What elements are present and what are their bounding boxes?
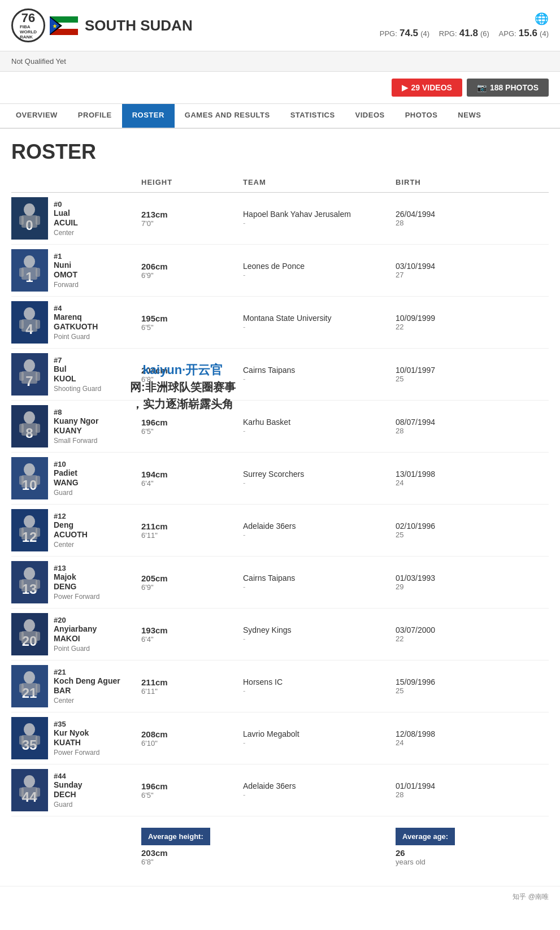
player-birth: 02/10/1996 25 (396, 522, 509, 539)
player-info: 10 #10 PadietWANG Guard (11, 453, 141, 504)
svg-rect-37 (21, 423, 37, 436)
roster-title: ROSTER (11, 140, 549, 164)
tab-roster[interactable]: ROSTER (122, 104, 175, 128)
player-details: #21 Koch Deng AguerBAR Center (54, 668, 120, 705)
average-height-values: 203cm 6'8" (141, 848, 243, 866)
apg-value: 15.6 (519, 28, 537, 38)
photos-button[interactable]: 📷 188 PHOTOS (467, 79, 549, 97)
svg-point-60 (24, 619, 35, 632)
tab-news[interactable]: NEWS (448, 104, 491, 128)
player-details: #10 PadietWANG Guard (54, 460, 79, 497)
height-cm: 208cm (141, 729, 243, 739)
player-name: Koch Deng AguerBAR (54, 676, 120, 696)
not-qualified-text: Not Qualified Yet (11, 57, 66, 66)
player-avatar: 7 (11, 353, 48, 396)
player-avatar: 8 (11, 405, 48, 447)
videos-button[interactable]: ▶ 29 VIDEOS (392, 79, 462, 97)
player-position: Center (54, 229, 78, 237)
birth-age: 22 (396, 323, 509, 331)
player-birth: 26/04/1994 28 (396, 210, 509, 227)
team-dash: - (243, 219, 396, 227)
roster-section: ROSTER HEIGHT TEAM BIRTH 0 (0, 129, 560, 886)
team-dash: - (243, 479, 396, 487)
player-team: Adelaide 36ers - (243, 781, 396, 799)
height-cm: 193cm (141, 625, 243, 635)
team-name: Horsens IC (243, 677, 396, 686)
player-team: Montana State University - (243, 314, 396, 331)
tab-statistics[interactable]: STATISTICS (280, 104, 345, 128)
player-birth: 13/01/1998 24 (396, 470, 509, 487)
player-position: Point Guard (54, 333, 98, 341)
tab-profile[interactable]: PROFILE (68, 104, 122, 128)
player-name: MarenqGATKUOTH (54, 312, 98, 332)
media-bar: ▶ 29 VIDEOS 📷 188 PHOTOS (0, 72, 560, 104)
player-birth: 03/10/1994 27 (396, 262, 509, 279)
player-avatar: 10 (11, 457, 48, 499)
navigation-tabs: OVERVIEW PROFILE ROSTER GAMES AND RESULT… (0, 104, 560, 129)
player-info: 1 #1 NuniOMOT Forward (11, 245, 141, 296)
birth-age: 22 (396, 635, 509, 643)
team-dash: - (243, 323, 396, 331)
height-ft: 6'11" (141, 687, 243, 696)
player-position: Center (54, 541, 88, 549)
roster-column-headers: HEIGHT TEAM BIRTH (11, 175, 549, 193)
tab-overview[interactable]: OVERVIEW (6, 104, 68, 128)
rpg-label: RPG: (439, 29, 457, 38)
table-row[interactable]: 20 #20 AnyiarbanyMAKOI Point Guard 193cm… (11, 609, 549, 660)
player-details: #4 MarenqGATKUOTH Point Guard (54, 304, 98, 341)
table-row[interactable]: 4 #4 MarenqGATKUOTH Point Guard 195cm 6'… (11, 297, 549, 349)
team-name: Cairns Taipans (243, 366, 396, 375)
player-name: SundayDECH (54, 780, 83, 799)
table-row[interactable]: 1 #1 NuniOMOT Forward 206cm 6'9" Leones … (11, 245, 549, 297)
birth-date: 12/08/1998 (396, 729, 509, 738)
player-height: 204cm 6'8" (141, 366, 243, 384)
svg-rect-61 (21, 631, 37, 644)
tab-photos[interactable]: PHOTOS (395, 104, 448, 128)
svg-rect-14 (19, 216, 24, 225)
svg-point-54 (24, 567, 35, 580)
team-dash: - (243, 635, 396, 643)
player-number: #1 (54, 252, 79, 260)
player-details: #8 Kuany NgorKUANY Small Forward (54, 408, 98, 445)
svg-rect-21 (36, 268, 40, 277)
table-row[interactable]: 7 #7 BulKUOL Shooting Guard 204cm 6'8" C… (11, 349, 549, 401)
birth-date: 15/09/1996 (396, 677, 509, 686)
height-cm: 211cm (141, 522, 243, 531)
player-avatar: 4 (11, 301, 48, 344)
table-row[interactable]: 8 #8 Kuany NgorKUANY Small Forward 196cm… (11, 401, 549, 453)
player-position: Shooting Guard (54, 385, 101, 393)
height-cm: 213cm (141, 210, 243, 219)
svg-rect-67 (21, 683, 37, 696)
table-row[interactable]: 13 #13 MajokDENG Power Forward 205cm 6'9… (11, 557, 549, 609)
table-row[interactable]: 44 #44 SundayDECH Guard 196cm 6'5" Adela… (11, 764, 549, 816)
player-avatar: 44 (11, 769, 48, 811)
table-row[interactable]: 21 #21 Koch Deng AguerBAR Center 211cm 6… (11, 660, 549, 712)
player-info: 20 #20 AnyiarbanyMAKOI Point Guard (11, 609, 141, 660)
svg-rect-75 (36, 736, 40, 745)
player-number: #35 (54, 720, 99, 728)
ppg-games: (4) (420, 29, 429, 38)
svg-rect-31 (21, 371, 37, 384)
svg-rect-80 (19, 788, 24, 797)
height-ft: 7'0" (141, 219, 243, 228)
birth-age: 27 (396, 271, 509, 279)
average-row: Average height: 203cm 6'8" Average age: … (11, 819, 549, 875)
birth-date: 10/09/1999 (396, 314, 509, 323)
tab-games-results[interactable]: GAMES AND RESULTS (175, 104, 280, 128)
height-cm: 211cm (141, 677, 243, 687)
footer-text: 知乎 @南唯 (513, 893, 549, 901)
tab-videos[interactable]: VIDEOS (345, 104, 395, 128)
table-row[interactable]: 35 #35 Kur NyokKUATH Power Forward 208cm… (11, 712, 549, 764)
player-birth: 12/08/1998 24 (396, 729, 509, 747)
player-info: 7 #7 BulKUOL Shooting Guard (11, 349, 141, 400)
svg-point-78 (24, 775, 35, 788)
player-number: #12 (54, 512, 88, 520)
player-height: 211cm 6'11" (141, 522, 243, 540)
player-details: #7 BulKUOL Shooting Guard (54, 356, 101, 393)
table-row[interactable]: 10 #10 PadietWANG Guard 194cm 6'4" Surre… (11, 453, 549, 505)
svg-rect-33 (36, 372, 40, 381)
table-row[interactable]: 0 #0 LualACUIL Center 213cm 7'0" Hapoel … (11, 193, 549, 245)
player-name: LualACUIL (54, 208, 78, 228)
table-row[interactable]: 12 #12 DengACUOTH Center 211cm 6'11" Ade… (11, 505, 549, 557)
player-height: 206cm 6'9" (141, 262, 243, 280)
